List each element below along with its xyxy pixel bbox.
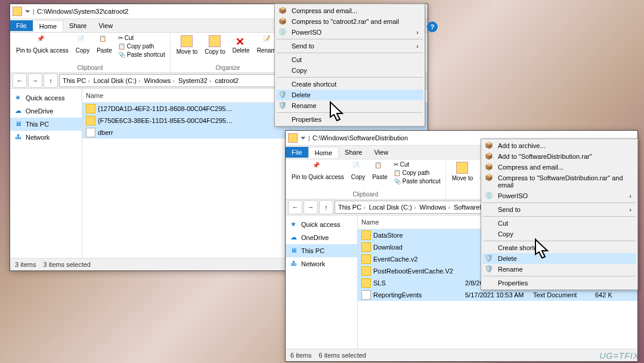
copypath-button[interactable]: 📋Copy path bbox=[392, 169, 442, 177]
tab-view[interactable]: View bbox=[368, 147, 394, 158]
ctx-compress-email[interactable]: 📦Compress and email... bbox=[276, 5, 423, 16]
sidebar: ★Quick access ☁OneDrive 🖥This PC 🖧Networ… bbox=[10, 89, 82, 260]
folder-icon bbox=[13, 7, 22, 16]
cut-button[interactable]: ✂Cut bbox=[392, 161, 442, 168]
tab-share[interactable]: Share bbox=[63, 20, 92, 31]
folder-icon bbox=[288, 133, 298, 143]
context-menu-1: 📦Compress and email... 📦Compress to "cat… bbox=[274, 4, 425, 127]
forward-button[interactable]: → bbox=[28, 73, 42, 88]
up-button[interactable]: ↑ bbox=[319, 200, 333, 214]
ctx-rename[interactable]: 🛡️Rename bbox=[482, 264, 636, 275]
pasteshortcut-button[interactable]: 📎Paste shortcut bbox=[117, 51, 166, 59]
sidebar: ★Quick access ☁OneDrive 🖥This PC 🖧Networ… bbox=[286, 216, 358, 350]
up-button[interactable]: ↑ bbox=[44, 73, 58, 88]
ctx-copy[interactable]: Copy bbox=[482, 229, 636, 239]
sidebar-item-thispc[interactable]: 🖥This PC bbox=[286, 244, 357, 257]
pin-button[interactable]: 📌Pin to Quick access bbox=[14, 34, 71, 55]
scissors-icon: ✂ bbox=[118, 35, 123, 41]
context-menu-2: 📦Add to archive... 📦Add to "SoftwareDist… bbox=[481, 139, 638, 290]
network-icon: 🖧 bbox=[15, 133, 23, 141]
shield-icon: 🛡️ bbox=[485, 265, 494, 275]
back-button[interactable]: ← bbox=[13, 73, 27, 88]
folder-icon bbox=[86, 104, 95, 113]
archive-icon: 📦 bbox=[485, 141, 494, 151]
ctx-properties[interactable]: Properties bbox=[276, 114, 423, 125]
ctx-properties[interactable]: Properties bbox=[482, 278, 636, 288]
cloud-icon: ☁ bbox=[15, 107, 23, 115]
path-icon: 📋 bbox=[118, 43, 125, 50]
copy-button[interactable]: 📄Copy bbox=[349, 161, 367, 182]
watermark: UG=TFIX bbox=[599, 351, 639, 361]
disc-icon: 💿 bbox=[278, 28, 288, 38]
ctx-compress-to[interactable]: 📦Compress to "catroot2.rar" and email bbox=[276, 16, 423, 27]
sidebar-item-thispc[interactable]: 🖥This PC bbox=[10, 118, 82, 131]
sidebar-item-network[interactable]: 🖧Network bbox=[286, 257, 357, 270]
archive-icon: 📦 bbox=[278, 17, 288, 27]
pc-icon: 🖥 bbox=[15, 120, 23, 128]
ctx-sendto[interactable]: Send to bbox=[482, 204, 636, 215]
back-button[interactable]: ← bbox=[288, 200, 302, 214]
archive-icon: 📦 bbox=[278, 7, 288, 16]
archive-icon: 📦 bbox=[485, 163, 494, 173]
archive-icon: 📦 bbox=[485, 152, 494, 162]
star-icon: ★ bbox=[15, 94, 23, 102]
tab-share[interactable]: Share bbox=[339, 147, 368, 158]
file-icon bbox=[86, 128, 95, 137]
sidebar-item-network[interactable]: 🖧Network bbox=[10, 131, 82, 144]
ctx-shortcut[interactable]: Create shortcut bbox=[276, 79, 423, 90]
moveto-button[interactable]: Move to bbox=[174, 34, 200, 56]
folder-icon bbox=[86, 116, 95, 125]
archive-icon: 📦 bbox=[485, 174, 494, 183]
tab-home[interactable]: Home bbox=[33, 20, 63, 32]
ctx-cut[interactable]: Cut bbox=[276, 54, 423, 65]
file-row[interactable]: ReportingEvents5/17/2021 10:53 AMText Do… bbox=[358, 289, 637, 301]
shortcut-icon: 📎 bbox=[118, 51, 125, 58]
ctx-sendto[interactable]: Send to bbox=[276, 41, 423, 51]
forward-button[interactable]: → bbox=[304, 200, 318, 214]
shield-icon: 🛡️ bbox=[278, 91, 288, 100]
ctx-addarchive[interactable]: 📦Add to archive... bbox=[482, 140, 636, 151]
ctx-compress-email[interactable]: 📦Compress and email... bbox=[482, 162, 636, 173]
shield-icon: 🛡️ bbox=[485, 254, 494, 264]
statusbar: 6 items 6 items selected bbox=[286, 349, 637, 361]
ctx-poweriso[interactable]: 💿PowerISO bbox=[482, 190, 636, 201]
ctx-delete[interactable]: 🛡️Delete bbox=[482, 253, 636, 264]
disc-icon: 💿 bbox=[485, 192, 494, 201]
sidebar-item-quick[interactable]: ★Quick access bbox=[286, 218, 357, 231]
ctx-poweriso[interactable]: 💿PowerISO bbox=[276, 27, 423, 38]
moveto-button[interactable]: Move to bbox=[450, 161, 476, 183]
ctx-shortcut[interactable]: Create shortcut bbox=[482, 242, 636, 253]
paste-button[interactable]: 📋Paste bbox=[94, 34, 114, 55]
copyto-button[interactable]: Copy to bbox=[202, 34, 227, 56]
cut-button[interactable]: ✂Cut bbox=[117, 34, 166, 42]
paste-button[interactable]: 📋Paste bbox=[370, 161, 390, 182]
tab-file[interactable]: File bbox=[286, 147, 308, 158]
tab-home[interactable]: Home bbox=[308, 147, 339, 158]
copypath-button[interactable]: 📋Copy path bbox=[117, 42, 166, 50]
help-button[interactable]: ? bbox=[427, 21, 438, 32]
ctx-cut[interactable]: Cut bbox=[482, 218, 636, 229]
pin-button[interactable]: 📌Pin to Quick access bbox=[289, 161, 346, 182]
tab-view[interactable]: View bbox=[92, 20, 119, 31]
ctx-compress-to[interactable]: 📦Compress to "SoftwareDistribution.rar" … bbox=[482, 173, 636, 190]
shield-icon: 🛡️ bbox=[278, 101, 288, 111]
pasteshortcut-button[interactable]: 📎Paste shortcut bbox=[392, 177, 442, 185]
copy-button[interactable]: 📄Copy bbox=[73, 34, 92, 55]
ctx-rename[interactable]: 🛡️Rename bbox=[276, 100, 423, 111]
ctx-addto[interactable]: 📦Add to "SoftwareDistribution.rar" bbox=[482, 151, 636, 162]
sidebar-item-onedrive[interactable]: ☁OneDrive bbox=[286, 231, 357, 244]
ctx-copy[interactable]: Copy bbox=[276, 65, 423, 76]
ctx-delete[interactable]: 🛡️Delete bbox=[276, 90, 423, 100]
delete-button[interactable]: ✕Delete bbox=[230, 34, 252, 55]
sidebar-item-quick[interactable]: ★Quick access bbox=[10, 91, 82, 104]
sidebar-item-onedrive[interactable]: ☁OneDrive bbox=[10, 104, 82, 118]
tab-file[interactable]: File bbox=[10, 20, 33, 31]
